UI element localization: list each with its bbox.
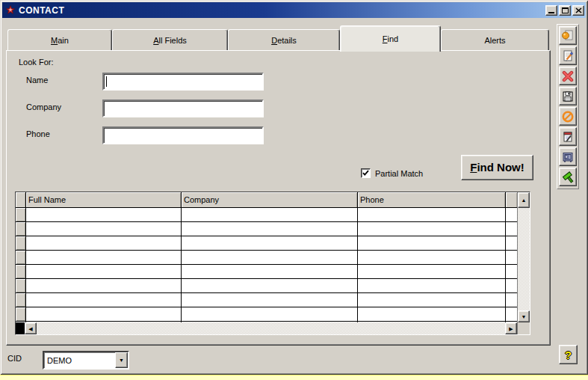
help-icon: ? (565, 349, 572, 361)
horizontal-scroll-track[interactable] (37, 322, 505, 334)
cell (26, 208, 182, 221)
scroll-left-button[interactable]: ◀ (25, 322, 37, 334)
cell (358, 251, 506, 264)
company-label: Company (26, 102, 61, 111)
cell (26, 279, 182, 292)
minimize-button[interactable] (545, 5, 557, 16)
cell (26, 307, 182, 321)
tab-find[interactable]: Find (340, 25, 441, 52)
row-selector[interactable] (16, 265, 26, 278)
tab-details[interactable]: Details (228, 29, 340, 51)
red-star-icon (5, 5, 16, 15)
cell (182, 307, 358, 321)
scrollbar-corner (518, 322, 530, 334)
hammer-button[interactable] (559, 168, 577, 186)
column-header-filler (506, 192, 517, 207)
row-selector[interactable] (16, 279, 26, 292)
cell (506, 293, 517, 307)
table-row[interactable] (16, 222, 517, 236)
column-header-phone[interactable]: Phone (358, 192, 506, 207)
column-header-full-name[interactable]: Full Name (26, 192, 182, 207)
contact-window: CONTACT Main All Fields Details Find Ale… (0, 0, 588, 375)
checkmark-icon (362, 169, 370, 177)
down-arrow-icon: ▼ (522, 314, 527, 319)
tab-alerts[interactable]: Alerts (441, 29, 549, 51)
table-row[interactable] (16, 279, 517, 293)
cell (358, 307, 506, 321)
cell (506, 265, 517, 278)
cell (358, 265, 506, 278)
row-selector[interactable] (16, 293, 26, 307)
side-toolbar (557, 24, 579, 189)
row-selector[interactable] (16, 222, 26, 236)
tab-label: Alerts (484, 36, 505, 45)
cid-dropdown-button[interactable]: ▼ (115, 352, 128, 368)
cell (182, 236, 358, 250)
notes-pencil-icon (561, 130, 575, 144)
delete-x-icon (561, 70, 575, 83)
cell (506, 251, 517, 264)
cell (358, 222, 506, 236)
partial-match-checkbox[interactable] (361, 168, 371, 178)
table-body (16, 208, 517, 322)
cell (506, 222, 517, 236)
tab-label: Details (271, 36, 297, 45)
scroll-up-button[interactable]: ▲ (518, 192, 530, 208)
table-row[interactable] (16, 251, 517, 265)
edit-pencil-icon (561, 49, 575, 63)
delete-record-button[interactable] (559, 67, 577, 85)
tab-label: Main (51, 36, 69, 45)
row-selector[interactable] (16, 251, 26, 264)
cid-dropdown[interactable]: DEMO ▼ (43, 351, 129, 370)
vertical-scrollbar[interactable]: ▲ ▼ (517, 192, 530, 334)
cell (506, 279, 517, 292)
safe-button[interactable] (559, 147, 577, 166)
cell (358, 279, 506, 292)
minimize-icon (548, 12, 554, 13)
tab-label: Find (383, 34, 398, 43)
tab-label: All Fields (153, 36, 187, 45)
row-selector[interactable] (16, 307, 26, 321)
maximize-button[interactable] (559, 5, 571, 16)
table-row[interactable] (16, 265, 517, 279)
save-record-button[interactable] (559, 87, 577, 105)
title-bar[interactable]: CONTACT (2, 2, 586, 18)
scroll-down-button[interactable]: ▼ (518, 310, 530, 322)
document-sphere-icon (561, 29, 575, 43)
notes-button[interactable] (559, 127, 577, 146)
cell (182, 208, 358, 221)
scroll-right-button[interactable]: ▶ (505, 322, 517, 334)
cell (506, 208, 517, 221)
table-row[interactable] (16, 236, 517, 251)
cid-dropdown-value: DEMO (44, 356, 115, 365)
close-button[interactable] (572, 5, 584, 16)
tab-main[interactable]: Main (7, 29, 112, 51)
edit-record-button[interactable] (559, 46, 577, 65)
table-row[interactable] (16, 293, 517, 307)
cancel-button[interactable] (559, 107, 577, 126)
cell (182, 222, 358, 236)
column-header-company[interactable]: Company (182, 192, 358, 207)
table-row[interactable] (16, 307, 517, 322)
cell (506, 236, 517, 250)
selector-header-cell[interactable] (16, 192, 26, 207)
vertical-scroll-track[interactable] (518, 208, 530, 310)
desktop-background-strip (0, 375, 588, 380)
maximize-icon (562, 7, 569, 13)
document-sphere-button[interactable] (559, 26, 577, 45)
table-row[interactable] (16, 208, 517, 222)
cell (506, 307, 517, 321)
tab-all-fields[interactable]: All Fields (112, 29, 228, 51)
name-input[interactable] (102, 73, 264, 91)
help-button[interactable]: ? (559, 345, 578, 364)
company-input[interactable] (102, 99, 264, 117)
row-selector[interactable] (16, 208, 26, 221)
table-header-row: Full Name Company Phone (16, 192, 517, 208)
phone-input[interactable] (102, 126, 264, 144)
find-now-button[interactable]: Find Now! (461, 155, 533, 180)
cell (182, 293, 358, 307)
horizontal-scrollbar[interactable]: ◀ ▶ (16, 322, 517, 334)
row-selector[interactable] (16, 236, 26, 250)
close-icon (575, 7, 582, 13)
cell (182, 279, 358, 292)
